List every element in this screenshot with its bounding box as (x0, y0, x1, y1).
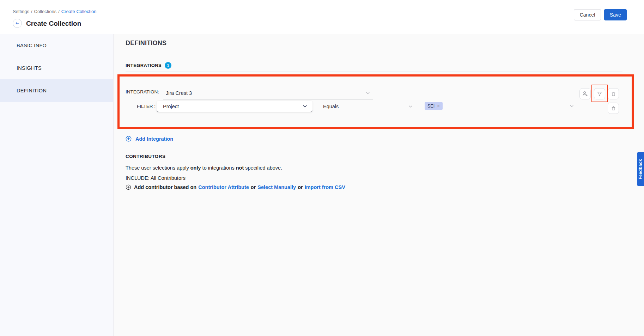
breadcrumb-collections[interactable]: Collections (34, 9, 57, 14)
breadcrumb-separator: / (58, 9, 60, 14)
sidebar: BASIC INFO INSIGHTS DEFINITION (0, 34, 114, 336)
breadcrumb: Settings / Collections / Create Collecti… (13, 9, 97, 14)
chevron-down-icon (302, 104, 308, 109)
funnel-icon (596, 91, 603, 97)
chevron-down-icon (408, 104, 413, 109)
chip-label: SEI (427, 104, 435, 109)
user-plus-icon (582, 91, 588, 97)
chip-remove-icon[interactable]: × (437, 103, 440, 109)
integrations-divider (126, 72, 622, 72)
integration-select-value: Jira Crest 3 (166, 90, 192, 96)
or-text: or (251, 184, 256, 190)
filter-value-chip[interactable]: SEI × (425, 102, 443, 110)
breadcrumb-current[interactable]: Create Collection (61, 9, 97, 14)
filter-operator-select[interactable]: Equals (318, 101, 417, 112)
add-integration-link[interactable]: Add Integration (126, 136, 173, 142)
assign-contributors-button[interactable] (579, 88, 591, 99)
delete-integration-button[interactable] (608, 88, 619, 99)
plus-circle-icon (126, 136, 132, 142)
integrations-label: INTEGRATIONS (126, 63, 162, 68)
sidebar-item-definition[interactable]: DEFINITION (0, 79, 113, 102)
cancel-button[interactable]: Cancel (574, 9, 601, 20)
breadcrumb-settings[interactable]: Settings (13, 9, 29, 14)
contributors-heading: CONTRIBUTORS (126, 154, 165, 159)
feedback-label: Feedback (638, 159, 643, 179)
breadcrumb-separator: / (31, 9, 32, 14)
integration-label: INTEGRATION: (126, 89, 159, 94)
integrations-heading: INTEGRATIONS 1 (126, 62, 171, 69)
contributors-divider (126, 162, 622, 162)
create-collection-page: Settings / Collections / Create Collecti… (0, 0, 644, 336)
section-title: DEFINITIONS (126, 39, 166, 47)
import-from-csv-link[interactable]: Import from CSV (305, 184, 345, 190)
add-contributor-row: Add contributor based on Contributor Att… (126, 184, 345, 190)
back-button[interactable] (13, 19, 22, 28)
or-text: or (298, 184, 303, 190)
delete-filter-button[interactable] (608, 103, 619, 114)
include-contributors-text: INCLUDE: All Contributors (126, 175, 186, 181)
integrations-count-badge: 1 (165, 62, 171, 69)
integration-select[interactable]: Jira Crest 3 (163, 87, 373, 99)
arrow-left-icon (15, 21, 20, 26)
trash-icon (610, 91, 616, 97)
add-integration-label: Add Integration (135, 136, 173, 142)
sidebar-item-insights[interactable]: INSIGHTS (0, 57, 113, 79)
plus-circle-icon (126, 184, 131, 190)
filter-operator-value: Equals (323, 104, 339, 109)
chevron-down-icon (569, 104, 574, 109)
select-manually-link[interactable]: Select Manually (257, 184, 296, 190)
filter-field-select[interactable]: Project (157, 101, 312, 112)
contributor-attribute-link[interactable]: Contributor Attribute (198, 184, 249, 190)
trash-icon (610, 105, 616, 111)
filter-values-multiselect[interactable]: SEI × (422, 100, 578, 112)
feedback-tab[interactable]: Feedback (637, 152, 644, 186)
filter-field-value: Project (163, 104, 179, 109)
add-contributor-prefix: Add contributor based on (134, 184, 196, 190)
filter-label: FILTER : (137, 104, 156, 109)
chevron-down-icon (365, 91, 370, 96)
contributors-note: These user selections apply only to inte… (126, 165, 282, 171)
filter-button[interactable] (594, 88, 605, 99)
sidebar-item-basic-info[interactable]: BASIC INFO (0, 34, 113, 57)
page-title: Create Collection (26, 20, 81, 28)
save-button[interactable]: Save (604, 9, 627, 20)
